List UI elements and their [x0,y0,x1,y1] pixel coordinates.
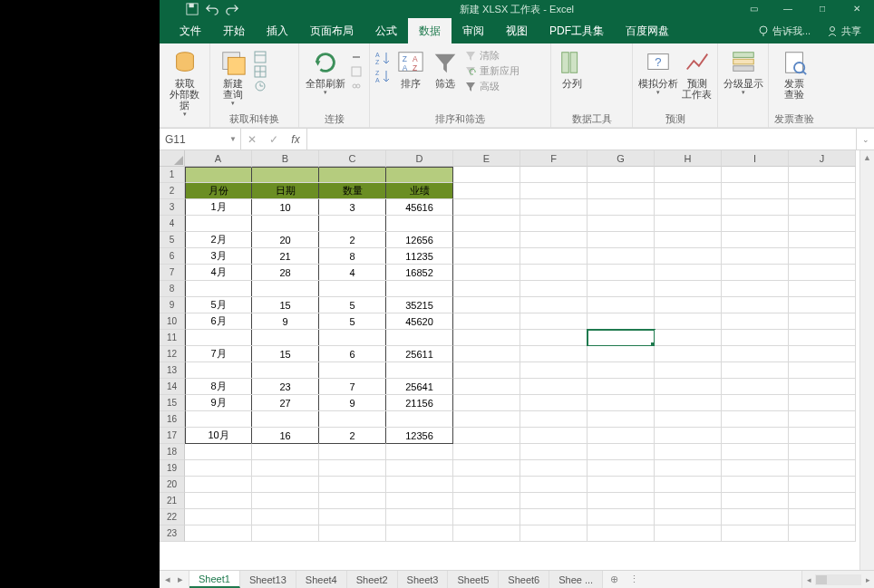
sort-button[interactable]: ZAAZ 排序 [395,47,426,89]
tell-me-search[interactable]: 告诉我... [758,24,811,38]
cell[interactable] [588,199,655,216]
tab-baidupan[interactable]: 百度网盘 [615,18,680,43]
cell[interactable] [588,477,655,493]
cell[interactable] [520,509,588,525]
cell[interactable] [588,330,655,346]
clear-filter-button[interactable]: 清除 [464,49,520,63]
cell[interactable] [520,346,588,362]
cell[interactable] [722,216,789,232]
maximize-icon[interactable]: □ [811,4,834,14]
cell[interactable] [185,525,252,542]
cell[interactable] [520,248,588,265]
cell[interactable]: 16852 [386,265,453,281]
cell[interactable] [252,525,319,542]
cell[interactable] [722,477,789,493]
cell[interactable]: 25611 [386,346,453,362]
cell[interactable] [789,379,856,395]
what-if-button[interactable]: ? 模拟分析 ▾ [638,47,678,96]
cell[interactable] [520,493,588,509]
cell[interactable] [655,411,722,428]
redo-icon[interactable] [225,3,239,15]
properties-button[interactable] [350,65,363,78]
cell[interactable] [319,411,386,428]
add-sheet-button[interactable]: ⊕ [603,571,625,588]
cell[interactable] [588,297,655,313]
cell[interactable] [722,167,789,183]
cell[interactable]: 4月 [185,265,252,281]
cell[interactable] [655,493,722,509]
cell[interactable] [453,428,520,444]
minimize-icon[interactable]: — [776,4,800,14]
cell[interactable]: 3月 [185,248,252,265]
cell[interactable] [789,330,856,346]
row-header[interactable]: 12 [160,346,185,362]
cell[interactable] [386,216,453,232]
cell[interactable] [655,346,722,362]
cell[interactable] [453,297,520,313]
cell[interactable] [386,167,453,183]
cell[interactable] [655,330,722,346]
sheet-tab[interactable]: Sheet3 [398,571,449,588]
column-headers[interactable]: ABCDEFGHIJ [185,150,856,167]
name-box[interactable]: G11 ▼ [160,129,241,149]
cell[interactable]: 1月 [185,199,252,216]
cell[interactable]: 日期 [252,183,319,199]
cell[interactable] [386,525,453,542]
cell[interactable]: 11235 [386,248,453,265]
cell[interactable] [453,265,520,281]
cell[interactable] [588,265,655,281]
column-header[interactable]: H [655,150,722,167]
cell[interactable]: 4 [319,265,386,281]
cell[interactable] [789,411,856,428]
sort-asc-icon[interactable]: AZ [375,51,392,65]
cell[interactable] [655,183,722,199]
cell[interactable] [789,265,856,281]
cell[interactable] [319,330,386,346]
cell[interactable]: 12656 [386,232,453,248]
cell[interactable] [588,493,655,509]
cell[interactable] [252,167,319,183]
cell[interactable] [789,297,856,313]
cell[interactable]: 28 [252,265,319,281]
cell[interactable] [520,297,588,313]
sheet-tab[interactable]: Sheet6 [499,571,549,588]
sheet-more-icon[interactable]: ⋮ [625,571,643,588]
cell[interactable] [319,493,386,509]
cell[interactable] [789,167,856,183]
cell[interactable] [588,232,655,248]
cell[interactable] [319,525,386,542]
cell[interactable] [453,444,520,460]
cell[interactable] [789,199,856,216]
cell[interactable] [722,362,789,379]
cell[interactable] [185,460,252,477]
cell[interactable] [722,199,789,216]
cell[interactable] [655,232,722,248]
cell[interactable] [520,232,588,248]
cell[interactable] [185,493,252,509]
cell[interactable] [789,216,856,232]
cell[interactable]: 23 [252,379,319,395]
cancel-formula-icon[interactable]: ✕ [241,133,263,146]
cell[interactable] [453,313,520,330]
row-header[interactable]: 2 [160,183,185,199]
cell[interactable] [520,199,588,216]
cell[interactable] [722,493,789,509]
tab-layout[interactable]: 页面布局 [299,18,364,43]
row-header[interactable]: 9 [160,297,185,313]
cell[interactable] [252,330,319,346]
cell[interactable]: 数量 [319,183,386,199]
cell[interactable]: 5 [319,313,386,330]
refresh-all-button[interactable]: 全部刷新 ▾ [305,47,346,96]
cell[interactable] [520,460,588,477]
row-header[interactable]: 20 [160,477,185,493]
cell[interactable] [655,477,722,493]
cell[interactable] [386,509,453,525]
cell[interactable] [453,281,520,297]
cell[interactable] [722,265,789,281]
enter-formula-icon[interactable]: ✓ [263,133,285,146]
cell[interactable] [789,460,856,477]
cell[interactable] [185,509,252,525]
scroll-left-icon[interactable]: ◂ [802,575,815,584]
cell[interactable] [453,183,520,199]
cell[interactable] [655,428,722,444]
